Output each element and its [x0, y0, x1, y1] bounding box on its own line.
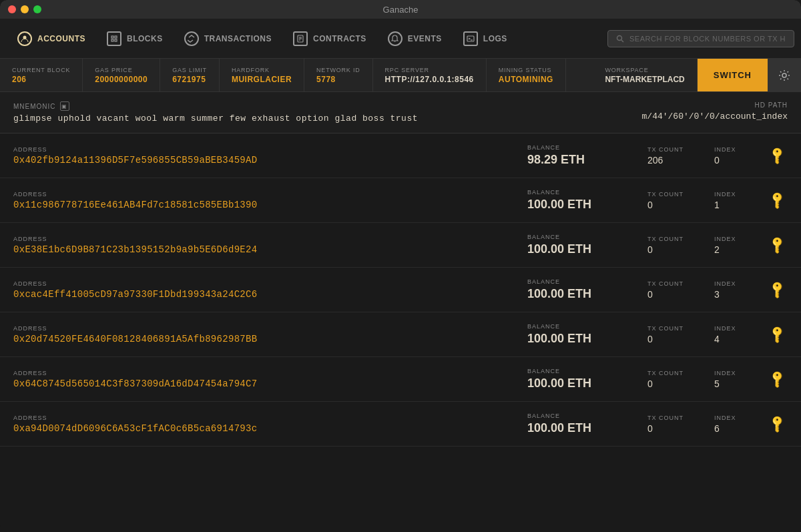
app-title: Ganache — [383, 5, 419, 15]
account-index: 0 — [714, 155, 754, 166]
account-balance-section: BALANCE 100.00 ETH — [527, 234, 634, 256]
show-key-button[interactable]: 🔑 — [764, 276, 792, 304]
balance-label: BALANCE — [527, 189, 634, 196]
account-row: ADDRESS 0x402fb9124a11396D5F7e596855CB59… — [0, 134, 801, 178]
account-index-section: INDEX 2 — [714, 236, 754, 255]
nav-contracts[interactable]: CONTRACTS — [282, 26, 377, 51]
address-label: ADDRESS — [13, 191, 514, 198]
address-label: ADDRESS — [13, 415, 514, 421]
show-key-button[interactable]: 🔑 — [764, 231, 792, 259]
bell-icon — [388, 31, 403, 46]
arrows-icon — [184, 31, 199, 46]
nav-transactions-label: TRANSACTIONS — [204, 34, 272, 43]
hd-path-section: HD PATH m/44'/60'/0'/0/account_index — [642, 101, 788, 121]
account-index-section: INDEX 0 — [714, 146, 754, 166]
index-label: INDEX — [714, 415, 754, 421]
account-balance: 100.00 ETH — [527, 287, 634, 301]
address-label: ADDRESS — [13, 370, 514, 376]
grid-icon — [107, 31, 121, 46]
account-balance-section: BALANCE 100.00 ETH — [527, 368, 634, 390]
account-index-section: INDEX 4 — [714, 325, 754, 344]
address-label: ADDRESS — [13, 146, 514, 153]
current-block-label: CURRENT BLOCK — [12, 67, 70, 73]
svg-rect-1 — [111, 36, 113, 38]
show-key-button[interactable]: 🔑 — [764, 365, 792, 393]
nav-logs[interactable]: LOGS — [453, 26, 518, 51]
balance-label: BALANCE — [527, 278, 634, 285]
tx-count-label: TX COUNT — [647, 415, 701, 421]
account-row: ADDRESS 0x64C8745d565014C3f837309dA16dD4… — [0, 357, 801, 402]
account-index: 6 — [714, 423, 754, 434]
account-tx-count: 0 — [647, 200, 701, 210]
nav-transactions[interactable]: TRANSACTIONS — [174, 26, 282, 51]
mining-status-value: AUTOMINING — [499, 75, 553, 84]
workspace-value: NFT-MARKETPLACD — [605, 75, 684, 84]
address-label: ADDRESS — [13, 325, 514, 332]
maximize-button[interactable] — [33, 5, 41, 13]
show-key-button[interactable]: 🔑 — [764, 142, 792, 170]
minimize-button[interactable] — [21, 5, 29, 13]
account-address: 0xcac4Eff41005cD97a97330F1Dbd199343a24C2… — [13, 289, 514, 300]
account-balance-section: BALANCE 98.29 ETH — [527, 144, 634, 167]
nav-accounts-label: ACCOUNTS — [37, 34, 85, 43]
account-balance-section: BALANCE 100.00 ETH — [527, 278, 634, 301]
account-balance-section: BALANCE 100.00 ETH — [527, 413, 634, 435]
account-tx-count: 0 — [647, 289, 701, 300]
svg-point-12 — [617, 35, 622, 40]
close-button[interactable] — [8, 5, 16, 13]
balance-label: BALANCE — [527, 413, 634, 419]
account-address-section: ADDRESS 0xcac4Eff41005cD97a97330F1Dbd199… — [13, 280, 514, 300]
account-address: 0x64C8745d565014C3f837309dA16dD47454a794… — [13, 378, 514, 389]
workspace-section: WORKSPACE NFT-MARKETPLACD — [593, 59, 697, 91]
account-address-section: ADDRESS 0x11c986778716Ee461AB4Fd7c18581c… — [13, 191, 514, 210]
index-label: INDEX — [714, 280, 754, 287]
index-label: INDEX — [714, 370, 754, 376]
balance-label: BALANCE — [527, 144, 634, 151]
gas-price-label: GAS PRICE — [95, 67, 148, 73]
switch-button[interactable]: SWITCH — [698, 59, 768, 91]
account-tx-count: 0 — [647, 334, 701, 344]
nav-contracts-label: CONTRACTS — [313, 34, 366, 43]
show-key-button[interactable]: 🔑 — [764, 186, 792, 214]
nav-accounts[interactable]: ACCOUNTS — [7, 26, 96, 51]
hardfork-label: HARDFORK — [232, 67, 292, 73]
account-index: 3 — [714, 289, 754, 300]
mining-status-status: MINING STATUS AUTOMINING — [487, 59, 566, 91]
nav-events[interactable]: EVENTS — [377, 26, 453, 51]
search-container[interactable] — [607, 30, 794, 47]
index-label: INDEX — [714, 191, 754, 198]
account-address-section: ADDRESS 0x402fb9124a11396D5F7e596855CB59… — [13, 146, 514, 166]
balance-label: BALANCE — [527, 368, 634, 374]
tx-count-label: TX COUNT — [647, 236, 701, 242]
balance-label: BALANCE — [527, 234, 634, 240]
index-label: INDEX — [714, 146, 754, 153]
account-tx-count-section: TX COUNT 0 — [647, 415, 701, 434]
hd-path-label: HD PATH — [642, 101, 788, 109]
settings-button[interactable] — [768, 59, 801, 91]
account-tx-count-section: TX COUNT 0 — [647, 191, 701, 210]
account-address-section: ADDRESS 0xa94D0074dD6096C6A53cF1fAC0c6B5… — [13, 415, 514, 434]
tx-count-label: TX COUNT — [647, 146, 701, 153]
hd-path-value: m/44'/60'/0'/0/account_index — [642, 111, 788, 121]
account-row: ADDRESS 0x11c986778716Ee461AB4Fd7c18581c… — [0, 178, 801, 223]
mnemonic-value: glimpse uphold vacant wool warm summer f… — [13, 113, 418, 123]
mnemonic-label-text: MNEMONIC — [13, 103, 56, 110]
mnemonic-bar: MNEMONIC ▣ glimpse uphold vacant wool wa… — [0, 92, 801, 134]
account-address: 0x11c986778716Ee461AB4Fd7c18581c585EBb13… — [13, 200, 514, 210]
nav-blocks[interactable]: BLOCKS — [96, 26, 174, 51]
mnemonic-copy-button[interactable]: ▣ — [60, 101, 69, 111]
show-key-button[interactable]: 🔑 — [764, 320, 792, 348]
gas-limit-status: GAS LIMIT 6721975 — [160, 59, 220, 91]
gas-price-value: 20000000000 — [95, 75, 148, 84]
show-key-button[interactable]: 🔑 — [764, 410, 792, 438]
account-row: ADDRESS 0xa94D0074dD6096C6A53cF1fAC0c6B5… — [0, 402, 801, 447]
tx-count-label: TX COUNT — [647, 191, 701, 198]
search-input[interactable] — [629, 35, 786, 43]
doc-icon — [293, 31, 308, 46]
account-address-section: ADDRESS 0xE38E1bc6D9B871C23b1395152b9a9b… — [13, 236, 514, 255]
account-balance: 100.00 ETH — [527, 332, 634, 346]
window-controls — [8, 5, 41, 13]
tx-count-label: TX COUNT — [647, 325, 701, 332]
account-tx-count: 206 — [647, 155, 701, 166]
account-balance: 100.00 ETH — [527, 198, 634, 212]
